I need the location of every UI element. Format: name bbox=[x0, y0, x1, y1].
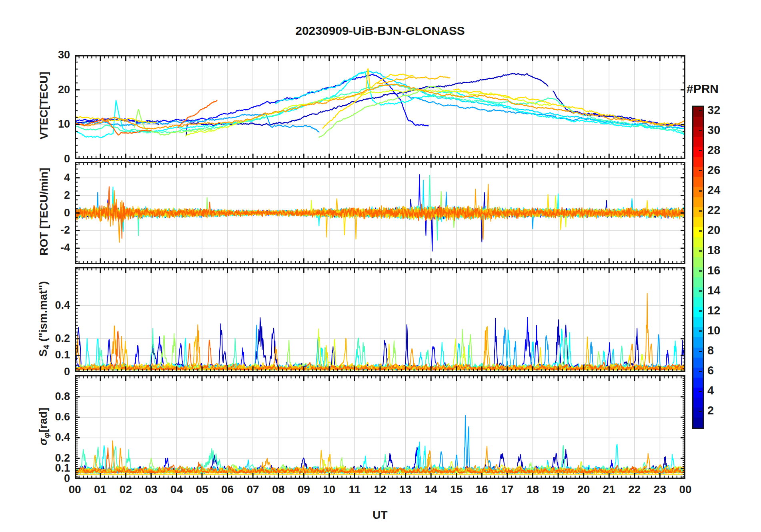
colorbar-tick-label: 10 bbox=[707, 324, 720, 337]
colorbar-segment bbox=[693, 317, 703, 327]
colorbar-segment bbox=[693, 107, 703, 117]
x-axis-label: UT bbox=[75, 509, 685, 522]
colorbar-segment bbox=[693, 257, 703, 267]
colorbar-tick bbox=[699, 411, 702, 412]
colorbar-tick bbox=[699, 190, 702, 192]
colorbar-tick bbox=[699, 391, 702, 392]
colorbar-segment bbox=[693, 358, 703, 368]
colorbar-tick bbox=[699, 371, 702, 372]
plot-title: 20230909-UiB-BJN-GLONASS bbox=[75, 24, 685, 38]
colorbar-segment bbox=[693, 237, 703, 247]
colorbar-segment bbox=[693, 287, 703, 297]
colorbar-tick-label: 6 bbox=[707, 364, 714, 377]
colorbar-tick bbox=[699, 170, 702, 171]
colorbar-tick-label: 4 bbox=[707, 384, 714, 397]
colorbar-segment bbox=[693, 117, 703, 127]
colorbar-segment bbox=[693, 227, 703, 237]
colorbar-segment bbox=[693, 207, 703, 217]
colorbar-title: #PRN bbox=[687, 82, 719, 96]
colorbar-tick-label: 26 bbox=[707, 164, 720, 177]
colorbar-segment bbox=[693, 378, 703, 388]
colorbar-segment bbox=[693, 197, 703, 207]
glonass-ionosphere-chart: 20230909-UiB-BJN-GLONASS UT #PRN 0102030… bbox=[0, 0, 761, 532]
colorbar-segment bbox=[693, 247, 703, 257]
prn-19-series-line bbox=[186, 90, 551, 136]
colorbar-tick-label: 18 bbox=[707, 244, 720, 257]
colorbar-segment bbox=[693, 277, 703, 287]
colorbar-segment bbox=[693, 307, 703, 317]
colorbar-tick bbox=[699, 351, 702, 352]
colorbar-segment bbox=[693, 157, 703, 167]
colorbar-segment bbox=[693, 337, 703, 347]
sigma-axis-title: σφ[rad] bbox=[37, 346, 52, 506]
colorbar-tick-label: 14 bbox=[707, 284, 720, 297]
sigma-panel bbox=[75, 375, 685, 479]
colorbar-tick-label: 24 bbox=[707, 184, 720, 197]
grid-lines bbox=[75, 55, 685, 159]
prn-colorbar bbox=[692, 106, 704, 429]
y-label-part: ("ism.mat") bbox=[37, 281, 49, 345]
colorbar-segment bbox=[693, 177, 703, 187]
colorbar-segment bbox=[693, 167, 703, 177]
colorbar-tick-label: 12 bbox=[707, 304, 720, 317]
colorbar-tick bbox=[699, 130, 702, 131]
colorbar-segment bbox=[693, 137, 703, 147]
colorbar-segment bbox=[693, 327, 703, 337]
colorbar-tick-label: 22 bbox=[707, 204, 720, 217]
colorbar-tick-label: 16 bbox=[707, 264, 720, 277]
colorbar-segment bbox=[693, 187, 703, 197]
colorbar-tick bbox=[699, 270, 702, 272]
s4-panel bbox=[75, 267, 685, 372]
colorbar-segment bbox=[693, 147, 703, 157]
colorbar-segment bbox=[693, 348, 703, 358]
colorbar-tick-label: 28 bbox=[707, 144, 720, 157]
colorbar-tick-label: 30 bbox=[707, 124, 720, 137]
colorbar-segment bbox=[693, 217, 703, 227]
x-tick-label: 00 bbox=[669, 483, 701, 496]
y-label-part: [rad] bbox=[37, 407, 49, 432]
colorbar-segment bbox=[693, 418, 703, 428]
colorbar-tick bbox=[699, 250, 702, 252]
colorbar-segment bbox=[693, 297, 703, 307]
colorbar-segment bbox=[693, 127, 703, 137]
colorbar-tick bbox=[699, 330, 702, 332]
colorbar-tick bbox=[699, 110, 702, 111]
colorbar-segment bbox=[693, 398, 703, 408]
colorbar-segment bbox=[693, 408, 703, 418]
rot-panel bbox=[75, 162, 685, 264]
colorbar-segment bbox=[693, 388, 703, 398]
colorbar-tick bbox=[699, 150, 702, 151]
colorbar-tick-label: 20 bbox=[707, 224, 720, 237]
colorbar-tick bbox=[699, 230, 702, 232]
colorbar-tick-label: 32 bbox=[707, 104, 720, 117]
colorbar-tick-label: 8 bbox=[707, 344, 714, 357]
prn-22-series-line bbox=[378, 76, 450, 84]
colorbar-tick bbox=[699, 310, 702, 312]
y-label-part: σ bbox=[37, 438, 49, 446]
y-label-part: φ bbox=[42, 432, 51, 438]
colorbar-segment bbox=[693, 267, 703, 277]
colorbar-segment bbox=[693, 368, 703, 378]
colorbar-tick bbox=[699, 210, 702, 212]
vtec-panel bbox=[75, 55, 685, 159]
grid-lines bbox=[75, 267, 685, 372]
colorbar-tick-label: 2 bbox=[707, 404, 714, 417]
colorbar-tick bbox=[699, 290, 702, 292]
